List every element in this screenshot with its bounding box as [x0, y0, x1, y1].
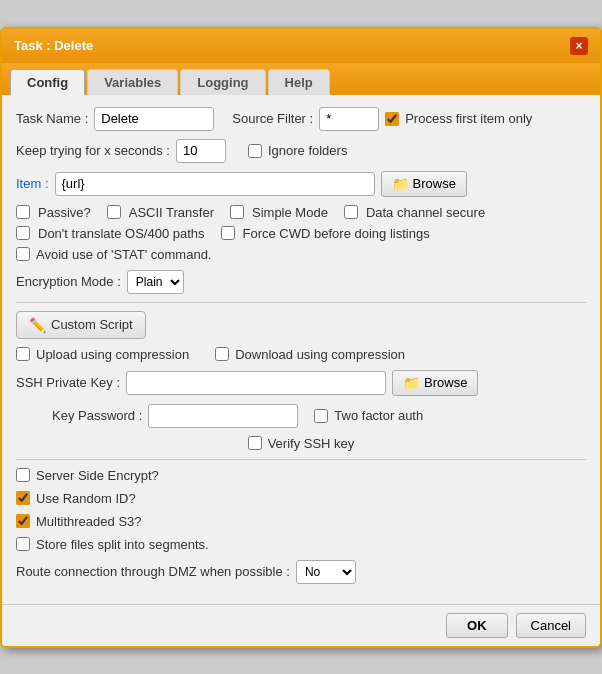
- script-icon: ✏️: [29, 317, 46, 333]
- avoid-stat-label: Avoid use of 'STAT' command.: [36, 247, 211, 262]
- item-browse-button[interactable]: 📁 Browse: [381, 171, 467, 197]
- ascii-transfer-label: ASCII Transfer: [129, 205, 214, 220]
- item-label: Item :: [16, 176, 49, 191]
- upload-compression-label: Upload using compression: [36, 347, 189, 362]
- custom-script-label: Custom Script: [51, 317, 133, 332]
- row-store-split: Store files split into segments.: [16, 537, 586, 552]
- item-browse-label: Browse: [413, 176, 456, 191]
- force-cwd-label: Force CWD before doing listings: [243, 226, 430, 241]
- row-keep-trying: Keep trying for x seconds : Ignore folde…: [16, 139, 586, 163]
- tab-help[interactable]: Help: [268, 69, 330, 95]
- dialog: Task : Delete × Config Variables Logging…: [0, 27, 602, 648]
- simple-mode-label: Simple Mode: [252, 205, 328, 220]
- ssh-browse-button[interactable]: 📁 Browse: [392, 370, 478, 396]
- tab-variables[interactable]: Variables: [87, 69, 178, 95]
- data-channel-checkbox[interactable]: [344, 205, 358, 219]
- dialog-title: Task : Delete: [14, 38, 93, 53]
- multithreaded-label: Multithreaded S3?: [36, 514, 142, 529]
- row-options3: Avoid use of 'STAT' command.: [16, 247, 586, 262]
- row-server-encrypt: Server Side Encrypt?: [16, 468, 586, 483]
- passive-checkbox[interactable]: [16, 205, 30, 219]
- key-password-label: Key Password :: [52, 408, 142, 423]
- force-cwd-checkbox[interactable]: [221, 226, 235, 240]
- browse-folder-icon: 📁: [392, 176, 409, 192]
- dmz-select[interactable]: No Yes: [296, 560, 356, 584]
- ssh-key-input[interactable]: [126, 371, 386, 395]
- ignore-folders-label: Ignore folders: [268, 143, 348, 158]
- store-split-label: Store files split into segments.: [36, 537, 209, 552]
- row-encryption: Encryption Mode : Plain: [16, 270, 586, 294]
- ignore-folders-checkbox[interactable]: [248, 144, 262, 158]
- encryption-label: Encryption Mode :: [16, 274, 121, 289]
- custom-script-button[interactable]: ✏️ Custom Script: [16, 311, 146, 339]
- source-filter-label: Source Filter :: [232, 111, 313, 126]
- row-task-name: Task Name : Source Filter : Process firs…: [16, 107, 586, 131]
- encryption-select[interactable]: Plain: [127, 270, 184, 294]
- row-random-id: Use Random ID?: [16, 491, 586, 506]
- tab-logging[interactable]: Logging: [180, 69, 265, 95]
- random-id-label: Use Random ID?: [36, 491, 136, 506]
- download-compression-label: Download using compression: [235, 347, 405, 362]
- task-name-input[interactable]: [94, 107, 214, 131]
- verify-ssh-checkbox[interactable]: [248, 436, 262, 450]
- row-multithreaded: Multithreaded S3?: [16, 514, 586, 529]
- dont-translate-checkbox[interactable]: [16, 226, 30, 240]
- row-verify-ssh: Verify SSH key: [16, 436, 586, 451]
- two-factor-checkbox[interactable]: [314, 409, 328, 423]
- keep-trying-label: Keep trying for x seconds :: [16, 143, 170, 158]
- row-compression: Upload using compression Download using …: [16, 347, 586, 362]
- keep-trying-input[interactable]: [176, 139, 226, 163]
- task-name-label: Task Name :: [16, 111, 88, 126]
- row-options2: Don't translate OS/400 paths Force CWD b…: [16, 226, 586, 241]
- row-custom-script: ✏️ Custom Script: [16, 311, 586, 339]
- ok-button[interactable]: OK: [446, 613, 508, 638]
- ssh-browse-folder-icon: 📁: [403, 375, 420, 391]
- row-item: Item : 📁 Browse: [16, 171, 586, 197]
- ssh-browse-label: Browse: [424, 375, 467, 390]
- server-encrypt-label: Server Side Encrypt?: [36, 468, 159, 483]
- process-first-item-checkbox[interactable]: [385, 112, 399, 126]
- config-panel: Task Name : Source Filter : Process firs…: [2, 95, 600, 604]
- random-id-checkbox[interactable]: [16, 491, 30, 505]
- store-split-checkbox[interactable]: [16, 537, 30, 551]
- avoid-stat-checkbox[interactable]: [16, 247, 30, 261]
- download-compression-checkbox[interactable]: [215, 347, 229, 361]
- server-encrypt-checkbox[interactable]: [16, 468, 30, 482]
- title-bar: Task : Delete ×: [2, 29, 600, 63]
- route-dmz-label: Route connection through DMZ when possib…: [16, 564, 290, 579]
- ssh-key-label: SSH Private Key :: [16, 375, 120, 390]
- multithreaded-checkbox[interactable]: [16, 514, 30, 528]
- cancel-button[interactable]: Cancel: [516, 613, 586, 638]
- close-button[interactable]: ×: [570, 37, 588, 55]
- tab-bar: Config Variables Logging Help: [2, 63, 600, 95]
- upload-compression-checkbox[interactable]: [16, 347, 30, 361]
- two-factor-label: Two factor auth: [334, 408, 423, 423]
- simple-mode-checkbox[interactable]: [230, 205, 244, 219]
- process-first-item-label: Process first item only: [405, 111, 532, 126]
- row-key-password: Key Password : Two factor auth: [16, 404, 586, 428]
- data-channel-label: Data channel secure: [366, 205, 485, 220]
- footer: OK Cancel: [2, 604, 600, 646]
- row-ssh-key: SSH Private Key : 📁 Browse: [16, 370, 586, 396]
- item-input[interactable]: [55, 172, 375, 196]
- verify-ssh-label: Verify SSH key: [268, 436, 355, 451]
- dont-translate-label: Don't translate OS/400 paths: [38, 226, 205, 241]
- passive-label: Passive?: [38, 205, 91, 220]
- row-options1: Passive? ASCII Transfer Simple Mode Data…: [16, 205, 586, 220]
- source-filter-input[interactable]: [319, 107, 379, 131]
- ascii-transfer-checkbox[interactable]: [107, 205, 121, 219]
- row-route-dmz: Route connection through DMZ when possib…: [16, 560, 586, 584]
- key-password-input[interactable]: [148, 404, 298, 428]
- tab-config[interactable]: Config: [10, 69, 85, 95]
